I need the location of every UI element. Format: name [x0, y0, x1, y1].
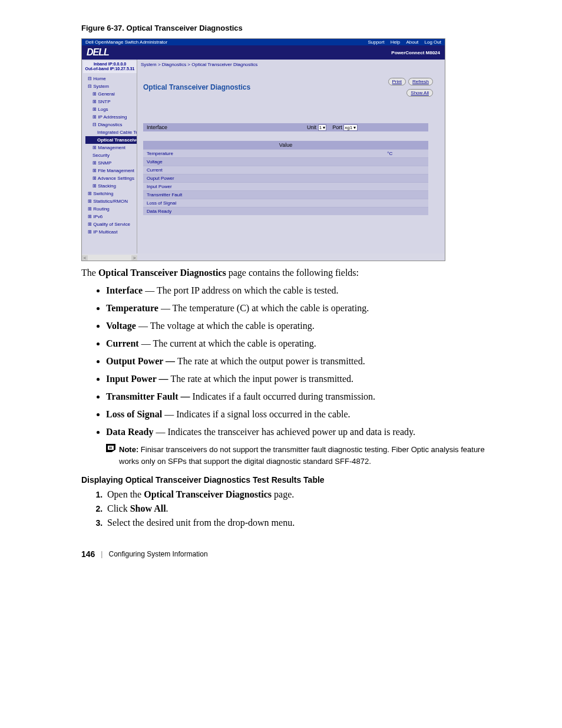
page-footer: 146 | Configuring System Information: [81, 549, 503, 559]
tree-mgmt-security[interactable]: ⊞ Management Security: [85, 144, 137, 159]
window-titlebar: Dell OpenManage Switch Administrator Sup…: [82, 39, 445, 45]
unit-label: Unit: [307, 124, 316, 130]
showall-button[interactable]: Show All: [406, 89, 433, 97]
footer-separator: |: [101, 550, 103, 558]
interface-label: Interface: [143, 123, 236, 131]
row-data-ready: Data Ready: [143, 207, 428, 216]
body-text: The Optical Transceiver Diagnostics page…: [81, 266, 503, 467]
port-label: Port: [332, 124, 342, 130]
tree-stacking[interactable]: ⊞ Stacking: [85, 182, 137, 190]
link-help[interactable]: Help: [391, 39, 400, 45]
tree-home[interactable]: ⊟ Home: [85, 75, 137, 83]
tree-advance[interactable]: ⊞ Advance Settings: [85, 174, 137, 182]
field-output-power: Output Power — The rate at which the out…: [106, 354, 503, 368]
device-model: PowerConnect M8024: [391, 50, 440, 55]
tree-general[interactable]: ⊞ General: [85, 90, 137, 98]
screenshot-window: Dell OpenManage Switch Administrator Sup…: [81, 38, 445, 261]
tree-snmp[interactable]: ⊞ SNMP: [85, 159, 137, 167]
tree-ipv6[interactable]: ⊞ IPv6: [85, 213, 137, 220]
tree-ipmcast[interactable]: ⊞ IP Multicast: [85, 228, 137, 236]
link-logout[interactable]: Log Out: [425, 39, 441, 45]
port-select[interactable]: xg1 ▾: [343, 124, 357, 131]
field-loss-of-signal: Loss of Signal — Indicates if a signal l…: [106, 407, 503, 421]
row-temperature: Temperature: [143, 150, 352, 158]
tree-ip-addressing[interactable]: ⊞ IP Addressing: [85, 113, 137, 121]
subheading: Displaying Optical Transceiver Diagnosti…: [81, 475, 503, 485]
interface-table: Interface Unit 1 ▾ Port xg1 ▾: [143, 123, 428, 131]
header-bar: DELL PowerConnect M8024: [82, 45, 445, 60]
steps-list: Open the Optical Transceiver Diagnostics…: [93, 489, 503, 528]
note-block: Note: Finisar transceivers do not suppor…: [106, 444, 503, 467]
value-table: Value Temperature°C Voltage Current Oupu…: [143, 141, 428, 215]
sidebar: Inband IP:0.0.0.0 Out-of-band IP:10.27.5…: [82, 60, 137, 253]
field-interface: Interface — The port IP address on which…: [106, 284, 503, 298]
footer-section: Configuring System Information: [108, 550, 207, 558]
tree-sntp[interactable]: ⊞ SNTP: [85, 98, 137, 106]
row-output-power: Ouput Power: [143, 174, 428, 183]
tree-system[interactable]: ⊟ System: [85, 83, 137, 90]
value-header: Value: [143, 141, 428, 150]
tree-diagnostics[interactable]: ⊟ Diagnostics: [85, 121, 137, 129]
temperature-unit: °C: [352, 150, 428, 158]
field-temperature: Temperature — The temperature (C) at whi…: [106, 301, 503, 315]
oob-ip: Out-of-band IP:10.27.5.31: [84, 67, 135, 71]
nav-tree: ⊟ Home ⊟ System ⊞ General ⊞ SNTP ⊞ Logs …: [83, 73, 137, 236]
tree-file-mgmt[interactable]: ⊞ File Management: [85, 167, 137, 174]
ip-block: Inband IP:0.0.0.0 Out-of-band IP:10.27.5…: [83, 61, 137, 73]
step-3: Select the desired unit from the drop-do…: [105, 518, 503, 528]
link-about[interactable]: About: [406, 39, 418, 45]
dell-logo: DELL: [87, 47, 109, 58]
field-input-power: Input Power — The rate at which the inpu…: [106, 372, 503, 386]
field-current: Current — The current at which the cable…: [106, 337, 503, 351]
tree-stats[interactable]: ⊞ Statistics/RMON: [85, 197, 137, 205]
page-number: 146: [81, 549, 95, 559]
tree-routing[interactable]: ⊞ Routing: [85, 205, 137, 213]
note-text: Finisar transceivers do not support the …: [119, 445, 485, 466]
field-voltage: Voltage — The voltage at which the cable…: [106, 319, 503, 333]
row-voltage: Voltage: [143, 158, 428, 166]
field-tx-fault: Transmitter Fault — Indicates if a fault…: [106, 390, 503, 404]
field-list: Interface — The port IP address on which…: [81, 284, 503, 439]
tree-integrated-cable[interactable]: Integrated Cable Te: [85, 129, 137, 136]
tree-optical-transceiver[interactable]: Optical Transceive: [85, 136, 137, 144]
tree-logs[interactable]: ⊞ Logs: [85, 106, 137, 113]
main-panel: System > Diagnostics > Optical Transceiv…: [137, 60, 445, 253]
row-input-power: Input Power: [143, 183, 428, 191]
note-icon: [106, 444, 115, 452]
figure-caption: Figure 6-37. Optical Transceiver Diagnos…: [81, 24, 503, 32]
tree-qos[interactable]: ⊞ Quality of Service: [85, 220, 137, 228]
link-support[interactable]: Support: [368, 39, 384, 45]
breadcrumb: System > Diagnostics > Optical Transceiv…: [137, 60, 445, 75]
refresh-button[interactable]: Refresh: [408, 78, 433, 85]
row-loss-of-signal: Loss of Signal: [143, 199, 428, 207]
field-data-ready: Data Ready — Indicates the transceiver h…: [106, 425, 503, 439]
row-current: Current: [143, 166, 428, 174]
tree-switching[interactable]: ⊞ Switching: [85, 190, 137, 197]
note-label: Note:: [119, 445, 141, 454]
titlebar-title: Dell OpenManage Switch Administrator: [85, 39, 167, 45]
row-tx-fault: Transmitter Fault: [143, 191, 428, 199]
unit-select[interactable]: 1 ▾: [318, 124, 327, 131]
step-1: Open the Optical Transceiver Diagnostics…: [105, 489, 503, 500]
print-button[interactable]: Print: [388, 78, 406, 85]
step-2: Click Show All.: [105, 503, 503, 514]
inband-ip: Inband IP:0.0.0.0: [84, 62, 135, 67]
